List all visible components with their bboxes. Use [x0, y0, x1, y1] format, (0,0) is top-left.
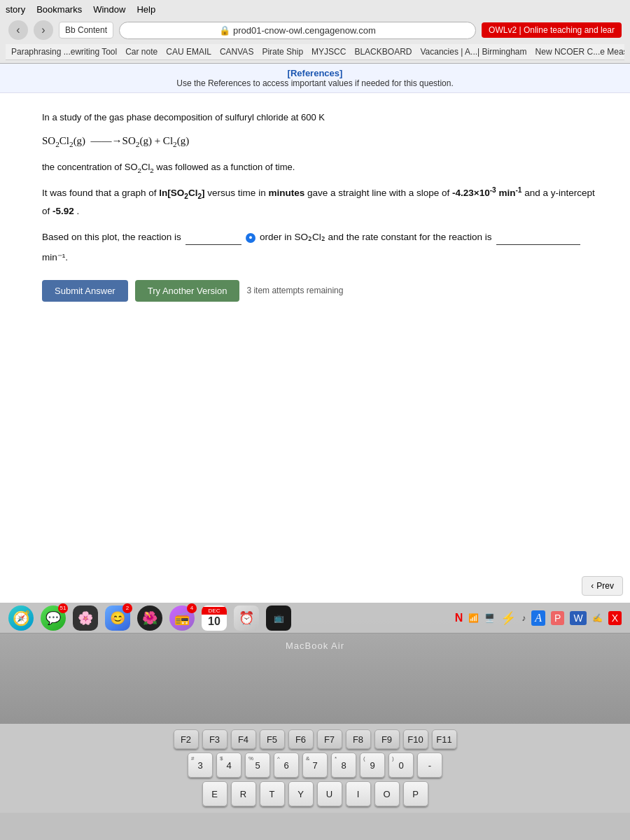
url-text: prod01-cnow-owl.cengagenow.com [233, 25, 376, 36]
p-icon: P [551, 611, 564, 625]
order-input[interactable] [186, 231, 241, 245]
browser-toolbar: ‹ › Bb Content 🔒 prod01-cnow-owl.cengage… [6, 16, 624, 44]
calendar-month: DEC [202, 607, 227, 615]
question-body: In a study of the gas phase decompositio… [0, 93, 630, 318]
question-intro: In a study of the gas phase decompositio… [42, 110, 602, 125]
key-r[interactable]: R [231, 781, 256, 806]
rate-constant-input[interactable] [496, 231, 580, 245]
key-o[interactable]: O [374, 781, 400, 806]
bookmark-vacancies[interactable]: Vacancies | A...| Birmingham [420, 47, 526, 57]
browser-content: [References] Use the References to acces… [0, 64, 630, 603]
key-f2[interactable]: F2 [174, 729, 199, 749]
menu-story[interactable]: story [6, 4, 25, 15]
key-p[interactable]: P [403, 781, 428, 806]
back-button[interactable]: ‹ [8, 20, 28, 40]
references-link[interactable]: [References] [288, 68, 343, 78]
bookmark-pirateship[interactable]: Pirate Ship [262, 47, 303, 57]
key-f9[interactable]: F9 [374, 729, 400, 749]
slash-icon: ⚡ [500, 610, 516, 626]
bookmark-myjscc[interactable]: MYJSCC [312, 47, 346, 57]
chevron-left-icon: ‹ [591, 581, 594, 591]
macos-area: 🧭 💬 51 🌸 😊 2 🌺 📻 4 [0, 603, 630, 813]
key-e[interactable]: E [202, 781, 227, 806]
slope-description: It was found that a graph of ln[SO2Cl2] … [42, 183, 602, 220]
netflix-icon[interactable]: N [455, 612, 463, 624]
finder-badge: 2 [122, 603, 132, 613]
calendar-day: 10 [208, 615, 220, 628]
bookmark-ncoer[interactable]: New NCOER C...e Measures [536, 47, 624, 57]
key-f10[interactable]: F10 [403, 729, 428, 749]
finder-icon[interactable]: 😊 2 [105, 606, 130, 631]
tv-icon[interactable]: 📺 [266, 606, 291, 631]
key-minus[interactable]: - [417, 752, 442, 778]
bookmark-blackboard[interactable]: BLACKBOARD [354, 47, 412, 57]
w-icon: W [570, 611, 586, 625]
url-bar-area: Bb Content 🔒 prod01-cnow-owl.cengagenow.… [59, 22, 476, 39]
safari-icon[interactable]: 🧭 [8, 606, 34, 631]
messages-icon[interactable]: 💬 51 [41, 606, 66, 631]
references-banner: [References] Use the References to acces… [0, 64, 630, 93]
key-9[interactable]: (9 [360, 752, 385, 778]
clock-icon[interactable]: ⏰ [234, 606, 259, 631]
colorful-icon[interactable]: 🌺 [137, 606, 162, 631]
key-7[interactable]: &7 [302, 752, 328, 778]
key-u[interactable]: U [317, 781, 342, 806]
bb-content-button[interactable]: Bb Content [59, 22, 113, 38]
menu-window[interactable]: Window [93, 4, 125, 15]
order-suffix: order in SO₂Cl₂ and the rate constant fo… [260, 230, 492, 246]
messages-badge: 51 [58, 603, 68, 613]
answer-line: Based on this plot, the reaction is ● or… [42, 230, 602, 266]
key-f5[interactable]: F5 [260, 729, 285, 749]
key-3[interactable]: #3 [188, 752, 213, 778]
macbook-label: MacBook Air [286, 640, 344, 651]
unit-label: min⁻¹. [42, 250, 68, 266]
key-5[interactable]: %5 [245, 752, 270, 778]
reaction-equation: SO2Cl2(g) ——→SO2(g) + Cl2(g) [42, 132, 602, 151]
bookmark-canvas[interactable]: CANVAS [220, 47, 253, 57]
podcast-icon[interactable]: 📻 4 [169, 606, 195, 631]
key-y[interactable]: Y [288, 781, 314, 806]
taskbar-right: N 📶 🖥️ ⚡ ♪ A P W ✍️ X [455, 610, 622, 626]
keyboard-area: F2 F3 F4 F5 F6 F7 F8 F9 F10 F11 #3 $4 %5… [0, 724, 630, 813]
key-f3[interactable]: F3 [202, 729, 227, 749]
fn-key-row: F2 F3 F4 F5 F6 F7 F8 F9 F10 F11 [0, 729, 630, 749]
monitor-icon: 🖥️ [484, 613, 495, 623]
key-f11[interactable]: F11 [432, 729, 457, 749]
key-t[interactable]: T [260, 781, 285, 806]
forward-button[interactable]: › [34, 20, 53, 40]
prev-button[interactable]: ‹ Prev [582, 576, 623, 596]
owlv2-button[interactable]: OWLv2 | Online teaching and lear [482, 22, 622, 38]
browser-chrome: story Bookmarks Window Help ‹ › Bb Conte… [0, 0, 630, 64]
bookmark-cauemail[interactable]: CAU EMAIL [166, 47, 211, 57]
pen-icon: ✍️ [592, 613, 603, 623]
taskbar-icons: 🧭 💬 51 🌸 😊 2 🌺 📻 4 [8, 606, 291, 631]
bookmark-paraphrasing[interactable]: Paraphrasing ...ewriting Tool [11, 47, 117, 57]
key-8[interactable]: *8 [331, 752, 356, 778]
key-6[interactable]: ^6 [274, 752, 299, 778]
menu-bookmarks[interactable]: Bookmarks [36, 4, 82, 15]
references-subtitle: Use the References to access important v… [4, 78, 626, 88]
answer-prefix: Based on this plot, the reaction is [42, 230, 181, 246]
a-icon: A [531, 610, 545, 626]
key-f4[interactable]: F4 [231, 729, 256, 749]
key-4[interactable]: $4 [216, 752, 241, 778]
attempts-remaining: 3 item attempts remaining [246, 284, 343, 298]
calendar-icon[interactable]: DEC 10 [202, 606, 227, 631]
taskbar: 🧭 💬 51 🌸 😊 2 🌺 📻 4 [0, 603, 630, 634]
key-i[interactable]: I [346, 781, 371, 806]
key-f6[interactable]: F6 [288, 729, 314, 749]
submit-button[interactable]: Submit Answer [42, 280, 128, 302]
x-icon: X [608, 611, 622, 625]
question-follow: the concentration of SO2Cl2 was followed… [42, 160, 602, 176]
try-another-button[interactable]: Try Another Version [135, 280, 240, 302]
url-bar[interactable]: 🔒 prod01-cnow-owl.cengagenow.com [119, 22, 476, 39]
photos-icon[interactable]: 🌸 [73, 606, 98, 631]
menu-help[interactable]: Help [136, 4, 155, 15]
key-f8[interactable]: F8 [346, 729, 371, 749]
podcast-badge: 4 [187, 603, 197, 613]
bookmark-carnote[interactable]: Car note [125, 47, 158, 57]
order-indicator: ● [246, 233, 255, 243]
key-0[interactable]: )0 [388, 752, 414, 778]
menu-bar: story Bookmarks Window Help [6, 3, 624, 16]
key-f7[interactable]: F7 [317, 729, 342, 749]
